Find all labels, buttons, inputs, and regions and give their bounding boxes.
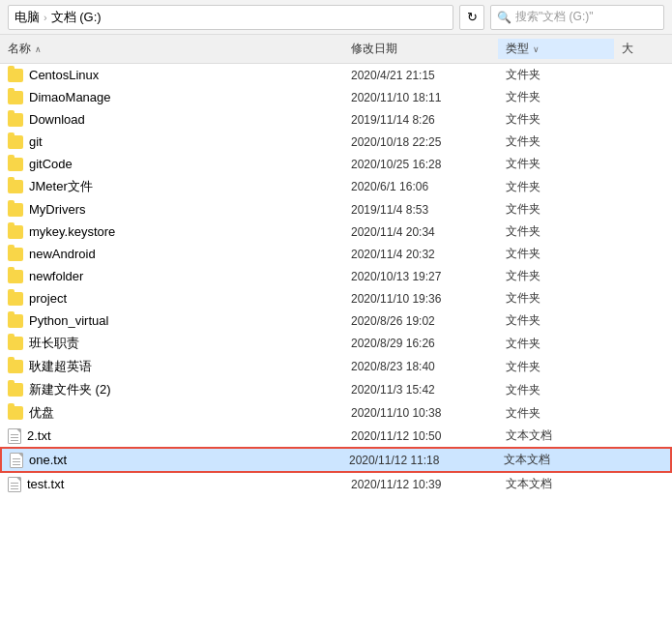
file-type-label: 文件夹 xyxy=(498,222,614,241)
file-name-cell: test.txt xyxy=(0,476,343,493)
col-header-name[interactable]: 名称 ∧ xyxy=(0,39,343,59)
folder-icon xyxy=(8,69,23,82)
file-type-label: 文本文档 xyxy=(498,427,614,445)
file-name-label: 新建文件夹 (2) xyxy=(29,381,111,398)
breadcrumb-location: 文档 (G:) xyxy=(51,9,102,26)
table-row[interactable]: 耿建超英语2020/8/23 18:40文件夹 xyxy=(0,355,672,378)
file-size-label xyxy=(614,342,672,344)
folder-icon xyxy=(8,203,23,217)
file-icon xyxy=(8,477,21,492)
table-row[interactable]: newfolder2020/10/13 19:27文件夹 xyxy=(0,265,672,287)
top-bar: 电脑 › 文档 (G:) ↻ 🔍 搜索"文档 (G:)" xyxy=(0,0,672,35)
file-name-label: one.txt xyxy=(29,453,67,467)
file-size-label xyxy=(614,119,672,121)
table-row[interactable]: newAndroid2020/11/4 20:32文件夹 xyxy=(0,243,672,265)
table-row[interactable]: Python_virtual2020/8/26 19:02文件夹 xyxy=(0,309,672,332)
table-row[interactable]: JMeter文件2020/6/1 16:06文件夹 xyxy=(0,175,672,198)
breadcrumb[interactable]: 电脑 › 文档 (G:) xyxy=(8,5,453,30)
file-icon xyxy=(8,428,21,444)
file-name-cell: Download xyxy=(0,111,343,128)
folder-icon xyxy=(8,248,23,261)
folder-icon xyxy=(8,113,23,127)
table-row[interactable]: one.txt2020/11/12 11:18文本文档 xyxy=(0,447,672,473)
file-modified-date: 2020/11/4 20:34 xyxy=(343,224,498,240)
folder-icon xyxy=(8,180,23,193)
table-row[interactable]: gitCode2020/10/25 16:28文件夹 xyxy=(0,153,672,175)
file-type-label: 文件夹 xyxy=(498,88,614,106)
file-name-label: test.txt xyxy=(27,477,64,491)
table-row[interactable]: CentosLinux2020/4/21 21:15文件夹 xyxy=(0,64,672,86)
file-icon xyxy=(10,453,23,468)
table-row[interactable]: 新建文件夹 (2)2020/11/3 15:42文件夹 xyxy=(0,378,672,401)
search-box[interactable]: 🔍 搜索"文档 (G:)" xyxy=(490,5,664,30)
folder-icon xyxy=(8,91,23,104)
file-size-label xyxy=(614,484,672,486)
file-type-label: 文件夹 xyxy=(498,245,614,263)
breadcrumb-sep: › xyxy=(44,12,47,23)
file-type-label: 文件夹 xyxy=(498,110,614,129)
file-name-cell: newfolder xyxy=(0,268,343,284)
table-row[interactable]: 优盘2020/11/10 10:38文件夹 xyxy=(0,401,672,425)
file-modified-date: 2020/10/13 19:27 xyxy=(343,269,498,284)
file-name-label: newfolder xyxy=(29,269,83,283)
col-header-modified[interactable]: 修改日期 xyxy=(343,39,498,59)
file-size-label xyxy=(612,459,670,461)
file-modified-date: 2020/11/12 10:39 xyxy=(343,477,498,492)
file-name-label: gitCode xyxy=(29,157,73,171)
col-header-type[interactable]: 类型 ∨ xyxy=(498,39,614,59)
file-type-label: 文件夹 xyxy=(498,178,614,196)
file-modified-date: 2020/10/25 16:28 xyxy=(343,157,498,172)
file-type-label: 文件夹 xyxy=(498,132,614,151)
file-type-label: 文件夹 xyxy=(498,155,614,173)
file-size-label xyxy=(614,366,672,368)
table-row[interactable]: test.txt2020/11/12 10:39文本文档 xyxy=(0,473,672,495)
file-modified-date: 2020/11/3 15:42 xyxy=(343,382,498,397)
file-name-label: MyDrivers xyxy=(29,202,86,217)
file-name-cell: 班长职责 xyxy=(0,334,343,353)
file-name-cell: DimaoManage xyxy=(0,89,343,105)
file-size-label xyxy=(614,253,672,255)
file-name-label: git xyxy=(29,134,43,149)
file-name-cell: 耿建超英语 xyxy=(0,357,343,376)
folder-icon xyxy=(8,337,23,350)
file-size-label xyxy=(614,298,672,300)
table-row[interactable]: MyDrivers2019/11/4 8:53文件夹 xyxy=(0,198,672,221)
file-modified-date: 2020/8/29 16:26 xyxy=(343,336,498,351)
file-name-cell: JMeter文件 xyxy=(0,177,343,196)
file-modified-date: 2020/8/26 19:02 xyxy=(343,313,498,329)
file-modified-date: 2020/11/10 10:38 xyxy=(343,405,498,421)
file-modified-date: 2020/10/18 22:25 xyxy=(343,134,498,150)
file-name-label: Python_virtual xyxy=(29,313,108,328)
table-row[interactable]: Download2019/11/14 8:26文件夹 xyxy=(0,108,672,131)
table-row[interactable]: mykey.keystore2020/11/4 20:34文件夹 xyxy=(0,221,672,243)
file-size-label xyxy=(614,163,672,165)
folder-icon xyxy=(8,314,23,328)
refresh-button[interactable]: ↻ xyxy=(459,5,484,30)
file-modified-date: 2020/11/12 10:50 xyxy=(343,428,498,444)
file-type-label: 文件夹 xyxy=(498,66,614,84)
table-row[interactable]: DimaoManage2020/11/10 18:11文件夹 xyxy=(0,86,672,108)
file-type-label: 文件夹 xyxy=(498,335,614,353)
table-row[interactable]: project2020/11/10 19:36文件夹 xyxy=(0,287,672,309)
file-modified-date: 2020/6/1 16:06 xyxy=(343,179,498,194)
file-size-label xyxy=(614,141,672,143)
file-type-label: 文件夹 xyxy=(498,358,614,376)
table-row[interactable]: 2.txt2020/11/12 10:50文本文档 xyxy=(0,425,672,447)
file-name-cell: one.txt xyxy=(2,452,341,469)
search-icon: 🔍 xyxy=(497,11,511,24)
file-name-cell: 新建文件夹 (2) xyxy=(0,380,343,399)
file-type-label: 文件夹 xyxy=(498,404,614,423)
file-modified-date: 2019/11/4 8:53 xyxy=(343,202,498,218)
folder-icon xyxy=(8,225,23,239)
table-row[interactable]: git2020/10/18 22:25文件夹 xyxy=(0,131,672,153)
breadcrumb-pc: 电脑 xyxy=(15,9,40,26)
file-size-label xyxy=(614,389,672,391)
file-type-label: 文件夹 xyxy=(498,289,614,308)
file-type-label: 文件夹 xyxy=(498,200,614,219)
file-name-label: newAndroid xyxy=(29,247,96,261)
file-size-label xyxy=(614,231,672,233)
file-type-label: 文本文档 xyxy=(496,451,612,469)
search-placeholder: 搜索"文档 (G:)" xyxy=(515,9,594,25)
table-row[interactable]: 班长职责2020/8/29 16:26文件夹 xyxy=(0,332,672,355)
file-name-cell: mykey.keystore xyxy=(0,223,343,240)
